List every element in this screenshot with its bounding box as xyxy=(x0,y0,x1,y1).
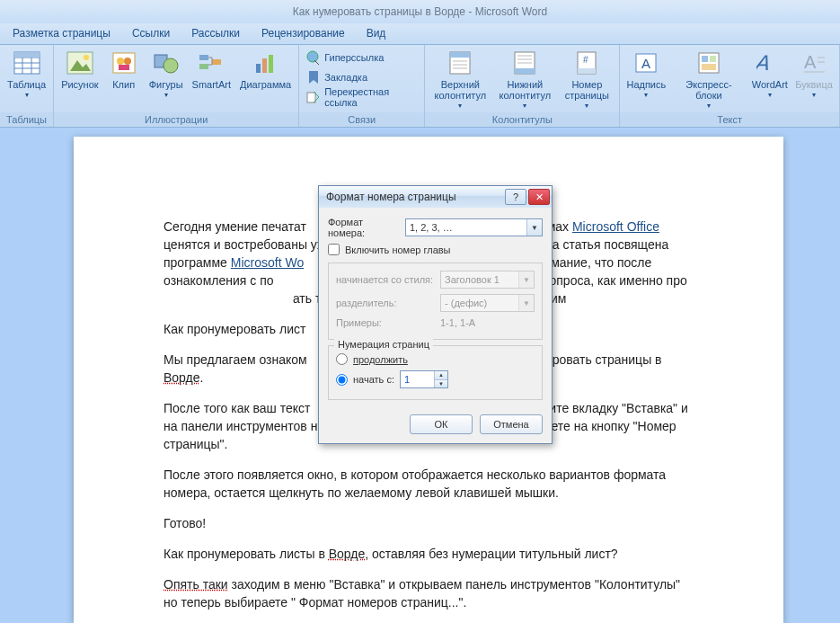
svg-rect-20 xyxy=(262,58,267,73)
svg-rect-36 xyxy=(578,68,596,74)
group-label-tables: Таблицы xyxy=(0,112,53,127)
svg-rect-42 xyxy=(702,64,716,70)
fieldset-legend: Нумерация страниц xyxy=(334,339,433,350)
spin-up-icon[interactable]: ▲ xyxy=(434,371,447,380)
close-icon: ✕ xyxy=(535,191,544,203)
spin-down-icon[interactable]: ▼ xyxy=(434,380,447,388)
svg-rect-16 xyxy=(199,55,208,60)
ribbon-tabs: Разметка страницы Ссылки Рассылки Реценз… xyxy=(0,23,840,45)
svg-rect-23 xyxy=(307,93,315,102)
quickparts-button[interactable]: Экспресс-блоки ▾ xyxy=(670,47,747,111)
svg-text:#: # xyxy=(583,55,588,65)
wordart-button[interactable]: A WordArt ▾ xyxy=(749,47,791,101)
group-illustrations: Рисунок Клип Фигуры ▾ SmartArt Диаграмма… xyxy=(54,45,299,127)
svg-text:A: A xyxy=(641,56,650,71)
page-number-button[interactable]: # Номер страницы ▾ xyxy=(558,47,615,111)
picture-icon xyxy=(66,49,94,77)
para[interactable]: Готово! xyxy=(164,514,694,532)
include-chapter-checkbox[interactable] xyxy=(328,244,340,255)
crossref-icon xyxy=(306,90,321,104)
textbox-button[interactable]: A Надпись ▾ xyxy=(623,47,668,101)
tab-references[interactable]: Ссылки xyxy=(121,23,181,44)
header-button[interactable]: Верхний колонтитул ▾ xyxy=(429,47,491,111)
chapter-style-combo: Заголовок 1▼ xyxy=(440,271,535,289)
dropdown-icon: ▾ xyxy=(585,102,588,110)
dialog-title: Формат номера страницы xyxy=(326,191,503,203)
group-label-text: Текст xyxy=(620,112,839,127)
crossref-button[interactable]: Перекрестная ссылка xyxy=(306,88,417,106)
help-button[interactable]: ? xyxy=(505,189,526,205)
svg-rect-25 xyxy=(450,52,470,58)
chart-icon xyxy=(252,49,280,77)
textbox-icon: A xyxy=(632,49,660,77)
footer-button[interactable]: Нижний колонтитул ▾ xyxy=(493,47,556,111)
header-icon xyxy=(446,49,474,77)
group-label-illus: Иллюстрации xyxy=(54,112,298,127)
svg-rect-40 xyxy=(702,56,708,62)
tab-view[interactable]: Вид xyxy=(356,23,397,44)
ribbon: Таблица ▾ Таблицы Рисунок Клип Фигуры ▾ xyxy=(0,45,840,128)
para[interactable]: Опять таки заходим в меню "Вставка" и от… xyxy=(164,575,694,611)
group-tables: Таблица ▾ Таблицы xyxy=(0,45,54,127)
title-bar: Как нумеровать страницы в Ворде - Micros… xyxy=(0,0,840,23)
para[interactable]: После этого появляется окно, в котором о… xyxy=(164,466,694,502)
page-number-icon: # xyxy=(572,49,601,77)
smartart-icon xyxy=(197,49,225,77)
wordart-icon: A xyxy=(756,49,784,77)
dropcap-button[interactable]: A Буквица ▾ xyxy=(792,47,836,101)
dropcap-icon: A xyxy=(800,49,828,77)
window-title: Как нумеровать страницы в Ворде - Micros… xyxy=(293,5,547,18)
dropdown-icon: ▾ xyxy=(812,91,816,99)
dropdown-icon: ▾ xyxy=(707,102,711,110)
number-format-combo[interactable]: 1, 2, 3, … ▼ xyxy=(405,218,543,236)
cancel-button[interactable]: Отмена xyxy=(480,414,543,434)
bookmark-icon xyxy=(306,70,321,85)
bookmark-button[interactable]: Закладка xyxy=(306,68,417,86)
separator-combo: - (дефис)▼ xyxy=(440,294,535,312)
footer-icon xyxy=(510,49,539,77)
svg-rect-18 xyxy=(212,59,221,65)
dropdown-icon: ▾ xyxy=(25,91,29,99)
svg-text:A: A xyxy=(756,50,773,75)
picture-button[interactable]: Рисунок xyxy=(57,47,102,92)
clip-button[interactable]: Клип xyxy=(104,47,144,92)
globe-link-icon xyxy=(306,50,321,65)
continue-label: продолжить xyxy=(353,354,408,365)
svg-rect-6 xyxy=(14,52,40,58)
dialog-titlebar[interactable]: Формат номера страницы ? ✕ xyxy=(319,186,552,208)
close-button[interactable]: ✕ xyxy=(528,189,550,205)
svg-rect-17 xyxy=(199,64,208,69)
svg-rect-19 xyxy=(256,64,261,73)
hyperlink-button[interactable]: Гиперссылка xyxy=(306,49,417,67)
group-headerfooter: Верхний колонтитул ▾ Нижний колонтитул ▾… xyxy=(425,45,620,127)
tab-review[interactable]: Рецензирование xyxy=(251,23,356,44)
table-button[interactable]: Таблица ▾ xyxy=(4,47,49,101)
page-number-format-dialog: Формат номера страницы ? ✕ Формат номера… xyxy=(318,185,553,444)
page-numbering-fieldset: Нумерация страниц продолжить начать с: 1… xyxy=(328,345,543,400)
chart-button[interactable]: Диаграмма xyxy=(236,47,295,92)
start-at-label: начать с: xyxy=(353,374,394,385)
ok-button[interactable]: ОК xyxy=(410,414,473,434)
group-text: A Надпись ▾ Экспресс-блоки ▾ A WordArt ▾… xyxy=(620,45,840,127)
shapes-button[interactable]: Фигуры ▾ xyxy=(146,47,187,101)
smartart-button[interactable]: SmartArt xyxy=(189,47,234,92)
chevron-down-icon: ▼ xyxy=(518,295,534,311)
svg-point-9 xyxy=(84,55,89,60)
continue-radio[interactable] xyxy=(336,353,348,365)
start-at-radio[interactable] xyxy=(336,374,348,386)
include-chapter-label: Включить номер главы xyxy=(345,245,451,255)
svg-rect-13 xyxy=(119,65,129,70)
tab-mailings[interactable]: Рассылки xyxy=(181,23,251,44)
chevron-down-icon: ▼ xyxy=(518,271,534,288)
group-links: Гиперссылка Закладка Перекрестная ссылка… xyxy=(299,45,425,127)
dropdown-icon: ▾ xyxy=(164,91,168,99)
svg-rect-30 xyxy=(515,68,535,74)
shapes-icon xyxy=(152,49,181,77)
svg-point-15 xyxy=(164,58,178,73)
dropdown-icon: ▾ xyxy=(523,102,526,110)
dropdown-icon: ▾ xyxy=(768,91,772,99)
para[interactable]: Как пронумеровать листы в Ворде, оставля… xyxy=(164,545,694,563)
chapter-fieldset: начинается со стиля: Заголовок 1▼ раздел… xyxy=(328,263,543,340)
tab-page-layout[interactable]: Разметка страницы xyxy=(2,23,121,44)
start-at-spinner[interactable]: 1 ▲▼ xyxy=(400,370,448,388)
